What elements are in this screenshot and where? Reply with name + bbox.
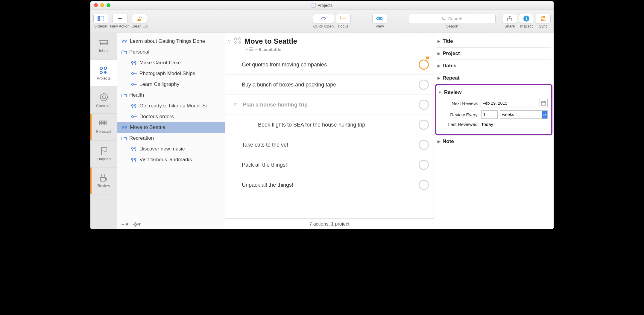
svg-rect-25: [100, 123, 101, 125]
svg-point-67: [135, 224, 136, 226]
share-icon: [507, 16, 512, 22]
svg-point-29: [125, 40, 127, 42]
inspector: ▶Title ▶Project ▶Dates ▶Repeat ▼Review N…: [434, 33, 554, 229]
perspective-bar: Inbox Projects Contexts Forecast Flagged…: [90, 33, 117, 229]
svg-point-28: [122, 40, 124, 42]
svg-line-75: [137, 223, 137, 223]
sidebar-item[interactable]: Get ready to hike up Mount Si: [117, 101, 225, 111]
task-row[interactable]: Book flights to SEA for the house-huntin…: [225, 115, 434, 135]
sync-button[interactable]: [536, 14, 551, 23]
sidebar-item[interactable]: Photograph Model Ships: [117, 68, 225, 79]
task-status-circle[interactable]: [419, 140, 429, 150]
svg-rect-22: [100, 121, 101, 123]
window-title: Projects: [90, 3, 554, 8]
svg-rect-24: [104, 121, 106, 123]
task-row[interactable]: Unpack all the things!: [225, 175, 434, 195]
svg-point-47: [132, 107, 133, 108]
task-group-header[interactable]: ▽Plan a house-hunting trip: [225, 95, 434, 115]
inspector-section-project[interactable]: ▶Project: [438, 51, 550, 57]
flag-indicator-icon: [426, 57, 429, 59]
task-row[interactable]: Take cats to the vet: [225, 135, 434, 155]
svg-point-44: [132, 105, 133, 106]
toolbar-label: Share: [505, 24, 515, 28]
svg-point-5: [340, 16, 341, 18]
svg-line-72: [134, 223, 134, 223]
task-status-circle[interactable]: [419, 120, 429, 130]
single-action-list-icon: [131, 83, 137, 86]
add-menu-button[interactable]: ＋▾: [120, 221, 128, 228]
inspector-section-repeat[interactable]: ▶Repeat: [438, 75, 550, 81]
inspector-section-review[interactable]: ▼Review: [438, 89, 549, 95]
sidebar-item[interactable]: Learn Calligraphy: [117, 79, 225, 90]
svg-point-20: [100, 94, 107, 101]
clean-up-button[interactable]: [132, 14, 147, 23]
arrow-icon: [320, 16, 327, 21]
svg-point-79: [239, 42, 241, 43]
inspector-section-title[interactable]: ▶Title: [438, 38, 550, 44]
share-button[interactable]: [502, 14, 517, 23]
sidebar-item[interactable]: Visit famous landmarks: [117, 154, 225, 165]
perspective-flagged[interactable]: Flagged: [90, 141, 117, 168]
perspective-review[interactable]: Review: [90, 168, 117, 194]
svg-point-56: [125, 128, 126, 129]
sidebar-item[interactable]: Personal: [117, 47, 225, 57]
task-row[interactable]: Buy a bunch of boxes and packing tape: [225, 74, 434, 95]
sidebar-icon: [98, 16, 104, 21]
disclosure-triangle-icon[interactable]: ▽: [228, 39, 231, 43]
perspective-contexts[interactable]: Contexts: [90, 87, 117, 114]
quick-open-button[interactable]: [313, 14, 334, 23]
sidebar-item-label: Move to Seattle: [130, 124, 165, 130]
task-status-circle[interactable]: [419, 100, 429, 110]
perspective-projects[interactable]: Projects: [90, 60, 117, 87]
perspective-forecast[interactable]: Forecast: [90, 114, 117, 141]
search-icon: [442, 16, 446, 21]
folder-icon: [121, 93, 127, 97]
coffee-icon: [99, 174, 109, 182]
svg-point-55: [122, 128, 123, 129]
svg-rect-81: [541, 102, 546, 105]
sidebar-item[interactable]: Make Carrot Cake: [117, 57, 225, 68]
add-note-icon[interactable]: ＋☰: [244, 47, 253, 52]
task-status-circle[interactable]: [419, 80, 429, 90]
task-row[interactable]: Get quotes from moving companies: [225, 55, 434, 74]
gear-icon: [133, 222, 138, 227]
perspective-inbox[interactable]: Inbox: [90, 33, 117, 60]
sidebar-item[interactable]: Move to Seattle: [117, 122, 225, 133]
disclosure-triangle-icon[interactable]: ▽: [234, 103, 237, 107]
sidebar-item[interactable]: Health: [117, 90, 225, 101]
search-input[interactable]: Search: [409, 14, 496, 23]
single-action-list-icon: [131, 115, 137, 118]
svg-point-57: [132, 148, 133, 149]
next-review-input[interactable]: [481, 99, 537, 107]
sidebar-item[interactable]: Learn about Getting Things Done: [117, 36, 225, 47]
sidebar-item[interactable]: Doctor's orders: [117, 111, 225, 122]
review-unit-select[interactable]: weeks ▴▾: [500, 110, 548, 119]
at-icon: [99, 92, 109, 102]
sidebar-item[interactable]: Recreation: [117, 133, 225, 144]
svg-point-37: [135, 64, 136, 65]
task-status-circle[interactable]: [419, 180, 429, 190]
task-status-circle[interactable]: [419, 60, 429, 70]
svg-rect-23: [102, 121, 104, 123]
focus-button[interactable]: [336, 14, 351, 23]
inspector-section-dates[interactable]: ▶Dates: [438, 63, 550, 69]
info-icon: [523, 15, 530, 22]
gear-menu-button[interactable]: ▾: [133, 221, 141, 228]
review-every-label: Review Every:: [440, 112, 479, 117]
inspector-section-note[interactable]: ▶Note: [438, 139, 550, 144]
view-button[interactable]: [372, 14, 387, 23]
forecast-icon: [99, 120, 109, 128]
toolbar-label: Clean Up: [131, 24, 148, 28]
broom-icon: [136, 16, 143, 22]
sidebar-toggle-button[interactable]: [93, 14, 108, 23]
task-title: Get quotes from moving companies: [242, 62, 414, 68]
calendar-picker-button[interactable]: [540, 99, 548, 107]
task-row[interactable]: Pack all the things!: [225, 155, 434, 175]
review-every-input[interactable]: [481, 110, 498, 119]
task-status-circle[interactable]: [419, 160, 429, 170]
project-icon: [131, 147, 137, 151]
inspect-button[interactable]: [519, 14, 534, 23]
sidebar-item[interactable]: Discover new music: [117, 144, 225, 154]
last-reviewed-value: Today: [481, 122, 493, 127]
new-action-button[interactable]: [113, 14, 127, 23]
